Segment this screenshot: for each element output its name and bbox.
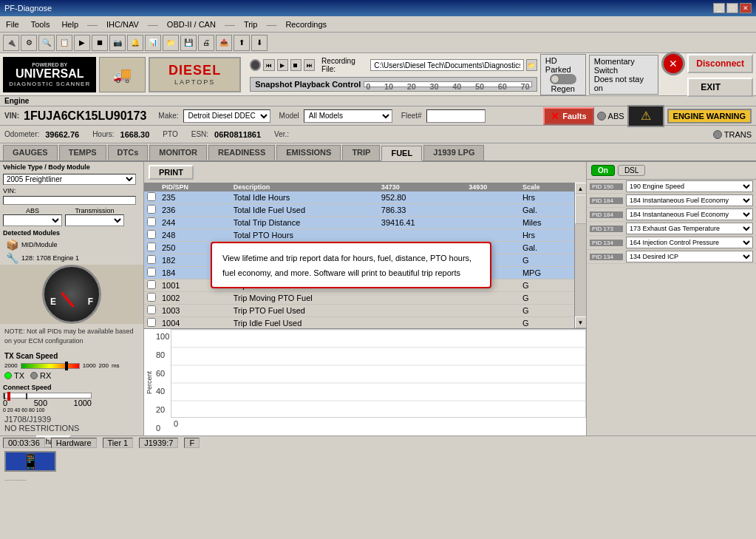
tb-btn-3[interactable]: 🔍 (38, 35, 55, 51)
row-check[interactable] (144, 217, 159, 229)
pid-select-0[interactable]: 190 Engine Speed (626, 180, 753, 192)
tb-btn-5[interactable]: ▶ (74, 35, 90, 51)
tb-btn-1[interactable]: 🔌 (3, 35, 19, 51)
minimize-button[interactable]: _ (713, 3, 725, 13)
note-text: NOTE: Not all PIDs may be available base… (0, 324, 143, 349)
trans-left-select[interactable] (65, 214, 124, 226)
tab-dtcs[interactable]: DTCs (108, 145, 149, 160)
row-check[interactable] (144, 204, 159, 217)
menu-trip[interactable]: Trip (241, 19, 261, 30)
tb-btn-12[interactable]: 🖨 (198, 35, 214, 51)
tb-btn-9[interactable]: 📊 (145, 35, 161, 51)
tab-emissions[interactable]: EMISSIONS (276, 145, 341, 160)
on-button[interactable]: On (591, 165, 615, 176)
menu-ihcnav[interactable]: IHC/NAV (103, 19, 142, 30)
tab-monitor[interactable]: MONITOR (149, 145, 207, 160)
vin-row: VIN: 1FUJA6CK15LU90173 Make: Detroit Die… (0, 106, 756, 126)
status-tier: Tier 1 (103, 438, 134, 448)
tb-btn-7[interactable]: 📷 (109, 35, 126, 51)
play-btn[interactable]: ▶ (277, 59, 288, 71)
scroll-down-btn[interactable]: ▼ (575, 316, 587, 328)
scrollbar-v[interactable]: ▲ ▼ (574, 183, 586, 328)
fleet-input[interactable] (426, 109, 486, 123)
table-row: 1003 Trip PTO Fuel Used G (144, 305, 574, 317)
tb-btn-4[interactable]: 📋 (56, 35, 72, 51)
browse-btn[interactable]: 📁 (526, 59, 537, 71)
gauge-needle (61, 292, 74, 308)
modules-label: Detected Modules (0, 228, 143, 238)
tb-btn-14[interactable]: ⬆ (234, 35, 250, 51)
close-button[interactable]: ✕ (740, 3, 752, 13)
hd-parked-text: HD Parked (545, 56, 581, 74)
model-select[interactable]: All Models (304, 109, 392, 123)
table-scroll: PID/SPN Description 34730 34930 Scale 23… (144, 183, 574, 328)
row-check[interactable] (144, 267, 159, 279)
menu-obd2[interactable]: OBD-II / CAN (164, 19, 219, 30)
tb-btn-6[interactable]: ⏹ (92, 35, 108, 51)
row-check[interactable] (144, 229, 159, 242)
tb-btn-10[interactable]: 📁 (163, 35, 179, 51)
tb-btn-2[interactable]: ⚙ (21, 35, 37, 51)
faults-button[interactable]: ✕ Faults (543, 107, 593, 125)
disconnect-button[interactable]: Disconnect (687, 54, 753, 73)
rec-file-path[interactable] (370, 59, 523, 71)
menu-file[interactable]: File (3, 19, 22, 30)
play-back-btn[interactable]: ⏮ (263, 59, 274, 71)
tb-btn-11[interactable]: 💾 (180, 35, 197, 51)
row-check[interactable] (144, 191, 159, 204)
tab-readiness[interactable]: READINESS (208, 145, 275, 160)
tb-btn-13[interactable]: 📤 (216, 35, 232, 51)
menu-recordings[interactable]: Recordings (282, 19, 330, 30)
row-check[interactable] (144, 254, 159, 267)
abs-left-label: ABS (26, 207, 39, 214)
vin-left-input[interactable] (3, 196, 136, 205)
tab-trip[interactable]: TRIP (342, 145, 380, 160)
exit-button[interactable]: EXIT (687, 78, 753, 97)
scroll-thumb[interactable] (575, 194, 587, 224)
dsl-button[interactable]: DSL (618, 165, 645, 176)
playback-track[interactable]: 010203040506070 (364, 81, 532, 87)
scroll-track[interactable] (575, 194, 587, 316)
row-val2 (466, 229, 520, 242)
print-row: PRINT (144, 162, 586, 183)
row-check[interactable] (144, 305, 159, 317)
tb-btn-15[interactable]: ⬇ (251, 35, 268, 51)
menu-bar: File Tools Help — IHC/NAV — OBD-II / CAN… (0, 16, 756, 33)
maximize-button[interactable]: □ (726, 3, 738, 13)
slider-container[interactable] (21, 363, 80, 369)
fwd-btn[interactable]: ⏭ (304, 59, 315, 71)
pid-select-5[interactable]: 134 Desired ICP (626, 251, 753, 262)
abs-left-select[interactable] (3, 214, 62, 226)
connect-speed-slider[interactable]: 05001000 0 20 40 60 80 100 (3, 393, 140, 413)
tab-temps[interactable]: TEMPS (59, 145, 106, 160)
vehicle-type-select[interactable]: 2005 Freightliner (3, 174, 136, 185)
pid-select-1[interactable]: 184 Instantaneous Fuel Economy (626, 194, 753, 206)
menu-help[interactable]: Help (58, 19, 81, 30)
tab-j1939[interactable]: J1939 LPG (423, 145, 484, 160)
abs-indicator: ABS (597, 112, 624, 121)
scan-speed-knob (65, 362, 68, 370)
row-check[interactable] (144, 242, 159, 254)
disconnect-area: ✕ Disconnect EXIT (661, 52, 753, 97)
row-check[interactable] (144, 317, 159, 329)
print-button[interactable]: PRINT (149, 165, 194, 180)
tab-fuel[interactable]: FUEL (381, 146, 422, 161)
row-scale: G (520, 317, 574, 329)
pid-select-3[interactable]: 173 Exhaust Gas Temperature (626, 223, 753, 234)
scroll-up-btn[interactable]: ▲ (575, 183, 587, 194)
tb-btn-8[interactable]: 🔔 (127, 35, 143, 51)
pid-select-2[interactable]: 184 Instantaneous Fuel Economy (626, 209, 753, 220)
make-select[interactable]: Detroit Diesel DDEC (183, 109, 270, 123)
pid-select-4[interactable]: 164 Injection Control Pressure (626, 237, 753, 248)
stop-btn[interactable]: ⏹ (290, 59, 302, 71)
snapshot-bar: Snapshot Playback Control 01020304050607… (250, 77, 537, 92)
row-scale: G (520, 254, 574, 267)
row-check[interactable] (144, 279, 159, 292)
row-scale: G (520, 292, 574, 305)
row-scale: Gal. (520, 242, 574, 254)
row-check[interactable] (144, 292, 159, 305)
tab-gauges[interactable]: GAUGES (3, 145, 58, 160)
menu-tools[interactable]: Tools (28, 19, 53, 30)
speed-indicator (7, 392, 10, 401)
hd-toggle[interactable] (550, 74, 576, 84)
